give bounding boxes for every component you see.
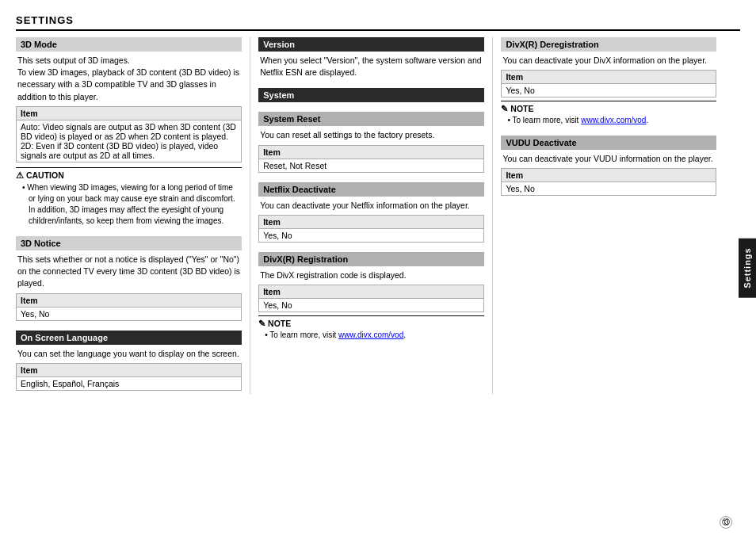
note-box-divx-registration: ✎ NOTE To learn more, visit www.divx.com… <box>258 315 484 341</box>
item-value-3d-notice: Yes, No <box>17 308 241 320</box>
section-header-netflix-deactivate: Netflix Deactivate <box>258 182 484 197</box>
caution-title: ⚠ CAUTION <box>16 170 242 180</box>
section-system-reset: System Reset You can reset all settings … <box>258 105 484 175</box>
item-value-vudu-deactivate: Yes, No <box>502 182 716 195</box>
page-title: SETTINGS <box>16 14 740 31</box>
item-value-3d-mode: Auto: Video signals are output as 3D whe… <box>17 120 241 162</box>
item-value-on-screen-language: English, Español, Français <box>17 377 241 390</box>
section-divx-registration: DivX(R) Registration The DivX registrati… <box>258 246 484 344</box>
column-1: 3D Mode This sets output of 3D images.To… <box>16 37 242 394</box>
section-3d-mode: 3D Mode This sets output of 3D images.To… <box>16 37 242 230</box>
col-divider-1 <box>250 37 250 394</box>
item-label-3d-notice: Item <box>17 294 241 308</box>
item-box-3d-notice: Item Yes, No <box>16 293 242 321</box>
section-header-system-reset: System Reset <box>258 112 484 126</box>
section-text-3d-mode: This sets output of 3D images.To view 3D… <box>16 55 242 103</box>
section-system: System <box>258 82 484 105</box>
item-value-divx-registration: Yes, No <box>259 299 483 311</box>
item-value-divx-deregistration: Yes, No <box>502 84 716 97</box>
section-version: Version When you select "Version", the s… <box>258 37 484 82</box>
section-header-3d-mode: 3D Mode <box>16 37 242 52</box>
note-box-divx-deregistration: ✎ NOTE To learn more, visit www.divx.com… <box>501 101 716 126</box>
item-value-system-reset: Reset, Not Reset <box>259 159 483 172</box>
section-header-vudu-deactivate: VUDU Deactivate <box>501 136 716 150</box>
section-header-on-screen-language: On Screen Language <box>16 331 242 345</box>
section-on-screen-language: On Screen Language You can set the langu… <box>16 324 242 394</box>
section-divx-deregistration: DivX(R) Deregistration You can deactivat… <box>501 37 716 129</box>
item-box-on-screen-language: Item English, Español, Français <box>16 363 242 391</box>
column-3: DivX(R) Deregistration You can deactivat… <box>501 37 716 394</box>
section-netflix-deactivate: Netflix Deactivate You can deactivate yo… <box>258 176 484 246</box>
section-vudu-deactivate: VUDU Deactivate You can deactivate your … <box>501 129 716 199</box>
section-text-netflix-deactivate: You can deactivate your Netflix informat… <box>258 200 484 212</box>
section-text-vudu-deactivate: You can deactivate your VUDU information… <box>501 153 716 165</box>
item-label-vudu-deactivate: Item <box>502 169 716 182</box>
section-header-divx-registration: DivX(R) Registration <box>258 252 484 266</box>
item-box-vudu-deactivate: Item Yes, No <box>501 168 716 196</box>
item-box-divx-deregistration: Item Yes, No <box>501 70 716 97</box>
item-box-divx-registration: Item Yes, No <box>258 285 484 312</box>
caution-box: ⚠ CAUTION When viewing 3D images, viewin… <box>16 167 242 227</box>
note-link-divx-registration[interactable]: www.divx.com/vod <box>338 331 403 339</box>
note-title-divx-deregistration: ✎ NOTE <box>501 104 716 113</box>
section-text-3d-notice: This sets whether or not a notice is dis… <box>16 254 242 290</box>
item-box-netflix-deactivate: Item Yes, No <box>258 215 484 243</box>
item-label-divx-deregistration: Item <box>502 71 716 84</box>
section-header-system: System <box>258 88 484 102</box>
item-label-3d-mode: Item <box>17 107 241 120</box>
section-text-divx-registration: The DivX registration code is displayed. <box>258 269 484 281</box>
item-label-on-screen-language: Item <box>17 364 241 377</box>
section-3d-notice: 3D Notice This sets whether or not a not… <box>16 230 242 324</box>
section-header-version: Version <box>258 37 484 52</box>
side-tab: Settings <box>739 238 756 297</box>
item-label-system-reset: Item <box>259 146 483 159</box>
col-divider-2 <box>492 37 493 394</box>
item-label-divx-registration: Item <box>259 285 483 299</box>
section-text-system-reset: You can reset all settings to the factor… <box>258 129 484 141</box>
section-header-divx-deregistration: DivX(R) Deregistration <box>501 37 716 52</box>
page-number: ⑬ <box>720 516 732 529</box>
item-value-netflix-deactivate: Yes, No <box>259 229 483 242</box>
column-2: Version When you select "Version", the s… <box>258 37 484 394</box>
note-text-divx-deregistration: To learn more, visit www.divx.com/vod. <box>507 115 716 126</box>
item-box-3d-mode: Item Auto: Video signals are output as 3… <box>16 106 242 162</box>
section-header-3d-notice: 3D Notice <box>16 236 242 250</box>
caution-text: When viewing 3D images, viewing for a lo… <box>22 182 242 227</box>
section-text-on-screen-language: You can set the language you want to dis… <box>16 348 242 360</box>
note-link-divx-deregistration[interactable]: www.divx.com/vod <box>581 116 646 124</box>
item-box-system-reset: Item Reset, Not Reset <box>258 145 484 173</box>
note-text-divx-registration: To learn more, visit www.divx.com/vod. <box>265 330 484 341</box>
item-label-netflix-deactivate: Item <box>259 216 483 229</box>
page-container: SETTINGS 3D Mode This sets output of 3D … <box>0 0 756 535</box>
columns-wrapper: 3D Mode This sets output of 3D images.To… <box>16 37 740 394</box>
section-text-version: When you select "Version", the system so… <box>258 55 484 78</box>
section-text-divx-deregistration: You can deactivate your DivX information… <box>501 55 716 67</box>
note-title-divx-registration: ✎ NOTE <box>258 319 484 328</box>
